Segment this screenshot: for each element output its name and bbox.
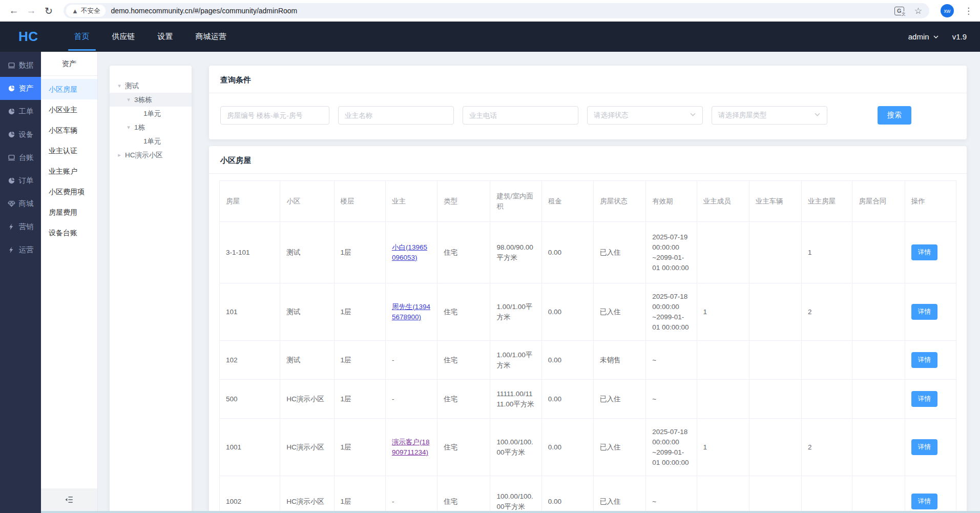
tree-node[interactable]: 1单元 [110,107,192,120]
tree-node[interactable]: ▾测试 [110,79,192,93]
submenu-item-community-vehicles[interactable]: 小区车辆 [41,120,97,140]
table-cell [749,419,801,476]
submenu-item-owner-auth[interactable]: 业主认证 [41,140,97,161]
pie-icon [8,131,15,138]
sidebar-item-asset[interactable]: 资产 [0,77,41,100]
browser-avatar[interactable]: xw [941,4,954,17]
sidebar-item-ledger[interactable]: 台账 [0,146,41,169]
status-select[interactable]: 请选择状态 [587,106,703,125]
submenu-item-room-fees[interactable]: 房屋费用 [41,202,97,222]
translate-icon[interactable]: G [894,7,904,15]
table-cell [749,380,801,419]
horizontal-scrollbar[interactable] [41,511,980,513]
sidebar-collapse-button[interactable] [41,488,97,511]
sidebar-item-label: 台账 [19,153,34,162]
browser-reload-icon[interactable]: ↻ [42,5,55,17]
table-cell: ~ [646,341,697,380]
sidebar-item-device[interactable]: 设备 [0,123,41,146]
table-cell: 1层 [334,476,385,513]
address-bar[interactable]: ▲ 不安全 demo.homecommunity.cn/#/pages/comm… [64,3,929,18]
table-cell: 1层 [334,380,385,419]
user-menu[interactable]: admin [908,32,939,41]
owner-phone-input[interactable] [463,106,578,125]
submenu-item-community-rooms[interactable]: 小区房屋 [41,79,97,99]
top-nav-items: 首页供应链设置商城运营 [63,22,238,52]
tree-node[interactable]: ▾1栋 [110,120,192,134]
tree-node[interactable]: 1单元 [110,134,192,148]
sidebar-item-marketing[interactable]: 营销 [0,215,41,238]
detail-button[interactable]: 详情 [911,352,937,368]
sidebar-item-label: 商城 [19,199,34,209]
table-cell: 1.00/1.00平方米 [490,341,541,380]
table-cell: 住宅 [437,419,490,476]
sidebar-item-label: 资产 [19,84,34,93]
owner-name-input[interactable] [338,106,454,125]
browser-menu-icon[interactable]: ⋮ [964,6,973,16]
select-placeholder: 请选择房屋类型 [718,111,814,120]
detail-button[interactable]: 详情 [911,494,937,509]
submenu-item-device-ledger[interactable]: 设备台账 [41,222,97,243]
owner-link[interactable]: 小白(13965096053) [392,243,427,261]
sidebar-item-data[interactable]: 数据 [0,54,41,77]
table-cell [852,380,905,419]
table-cell: 3-1-101 [220,222,280,283]
secondary-sidebar-items: 小区房屋小区业主小区车辆业主认证业主账户小区费用项房屋费用设备台账 [41,76,97,243]
tree-caret-icon[interactable]: ▾ [123,124,134,131]
sidebar-item-operation[interactable]: 运营 [0,238,41,261]
column-header: 房屋合同 [852,181,905,222]
browser-forward-icon[interactable]: → [25,5,38,16]
security-chip[interactable]: ▲ 不安全 [66,5,106,17]
search-button[interactable]: 搜索 [878,106,911,125]
table-cell [852,476,905,513]
tree-node[interactable]: ▸HC演示小区 [110,148,192,162]
owner-phone-input-field[interactable] [469,112,572,119]
nav-item-home[interactable]: 首页 [66,22,98,52]
sidebar-item-work-order[interactable]: 工单 [0,100,41,123]
sidebar-item-mall[interactable]: 商城 [0,192,41,215]
submenu-item-community-owners[interactable]: 小区业主 [41,99,97,120]
version-label: v1.9 [952,32,967,41]
table-cell: - [385,476,437,513]
owner-link[interactable]: 周先生(13945678900) [392,303,430,321]
tree-caret-icon[interactable]: ▾ [114,83,125,89]
table-cell: 1层 [334,283,385,341]
table-cell: 1 [697,283,749,341]
diamond-icon [8,200,15,208]
room-type-select[interactable]: 请选择房屋类型 [712,106,827,125]
app-logo[interactable]: HC [18,29,38,45]
tree-node-label: HC演示小区 [125,151,163,160]
column-header: 楼层 [334,181,385,222]
table-cell [749,341,801,380]
table-header-row: 房屋小区楼层业主类型建筑/室内面积租金房屋状态有效期业主成员业主车辆业主房屋房屋… [220,181,956,222]
nav-item-mall-operation[interactable]: 商城运营 [187,22,235,52]
room-number-input-field[interactable] [227,112,323,119]
table-row: 1001HC演示小区1层演示客户(18909711234)住宅100.00/10… [220,419,956,476]
tree-caret-icon[interactable]: ▾ [123,96,134,103]
detail-button[interactable]: 详情 [911,391,937,407]
url-text: demo.homecommunity.cn/#/pages/community/… [111,7,889,15]
detail-button[interactable]: 详情 [911,439,937,455]
column-header: 类型 [437,181,490,222]
nav-item-settings[interactable]: 设置 [150,22,181,52]
table-cell: 演示客户(18909711234) [385,419,437,476]
action-cell: 详情 [905,419,956,476]
table-cell: 测试 [280,283,334,341]
sidebar-item-order[interactable]: 订单 [0,169,41,192]
submenu-item-fee-items[interactable]: 小区费用项 [41,181,97,202]
detail-button[interactable]: 详情 [911,244,937,260]
owner-link[interactable]: 演示客户(18909711234) [392,438,430,456]
detail-button[interactable]: 详情 [911,304,937,320]
browser-back-icon[interactable]: ← [7,5,20,16]
submenu-item-owner-accounts[interactable]: 业主账户 [41,161,97,181]
table-cell: 100.00/100.00平方米 [490,476,541,513]
chevron-down-icon [814,111,821,120]
nav-item-supply-chain[interactable]: 供应链 [104,22,143,52]
tree-node[interactable]: ▾3栋栋 [110,93,192,107]
warning-icon: ▲ [72,7,78,15]
owner-name-input-field[interactable] [345,112,447,119]
table-cell [802,341,852,380]
column-header: 建筑/室内面积 [490,181,541,222]
room-number-input[interactable] [220,106,329,125]
tree-caret-icon[interactable]: ▸ [114,152,125,158]
bookmark-star-icon[interactable]: ☆ [914,6,922,16]
